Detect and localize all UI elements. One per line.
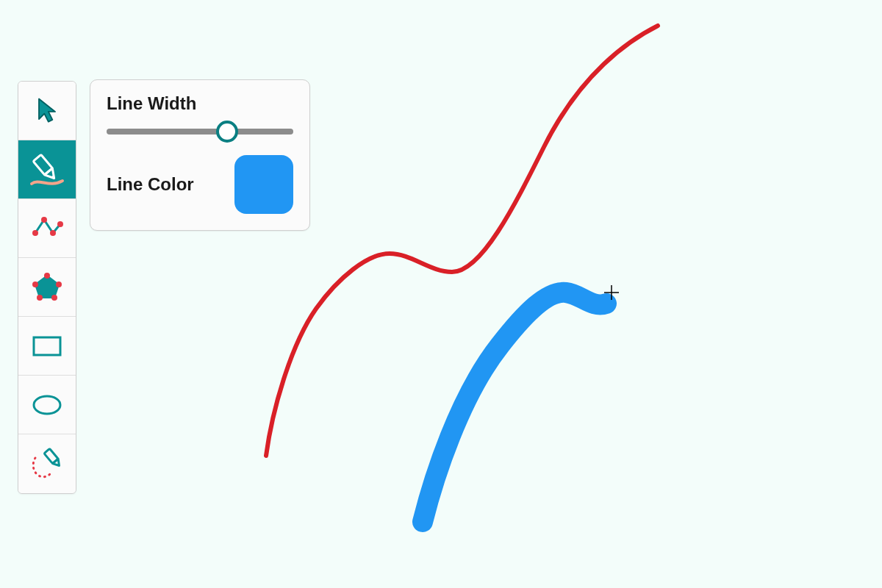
line-width-label: Line Width xyxy=(107,93,196,114)
tool-pointer[interactable] xyxy=(18,82,76,140)
tool-polygon[interactable] xyxy=(18,258,76,317)
svg-point-9 xyxy=(44,273,50,279)
tool-pencil[interactable] xyxy=(18,140,76,199)
svg-point-7 xyxy=(57,221,63,227)
svg-line-3 xyxy=(52,176,54,178)
line-color-label: Line Color xyxy=(107,174,194,195)
tool-polyline[interactable] xyxy=(18,199,76,258)
stroke-blue xyxy=(423,293,606,522)
tool-ellipse[interactable] xyxy=(18,376,76,434)
svg-point-13 xyxy=(32,282,38,287)
slider-thumb[interactable] xyxy=(216,121,238,143)
polygon-icon xyxy=(29,270,65,305)
tool-toolbar xyxy=(18,81,76,494)
svg-point-15 xyxy=(34,396,60,414)
svg-rect-14 xyxy=(34,337,60,355)
svg-point-4 xyxy=(32,230,38,236)
tool-options-panel: Line Width Line Color xyxy=(90,79,310,231)
svg-point-10 xyxy=(56,282,62,287)
svg-point-12 xyxy=(37,295,43,301)
line-color-swatch[interactable] xyxy=(234,155,293,214)
polyline-icon xyxy=(29,211,65,246)
svg-marker-8 xyxy=(35,276,59,298)
rectangle-icon xyxy=(29,329,65,364)
line-width-slider[interactable] xyxy=(107,118,293,145)
tool-freehand-shape[interactable] xyxy=(18,434,76,493)
svg-point-6 xyxy=(50,230,56,236)
slider-track xyxy=(107,129,293,135)
tool-rectangle[interactable] xyxy=(18,317,76,376)
ellipse-icon xyxy=(29,387,65,423)
freehand-shape-icon xyxy=(28,445,66,483)
pencil-icon xyxy=(27,150,67,190)
pointer-icon xyxy=(31,95,63,127)
svg-point-11 xyxy=(51,295,57,301)
svg-point-5 xyxy=(41,217,47,223)
